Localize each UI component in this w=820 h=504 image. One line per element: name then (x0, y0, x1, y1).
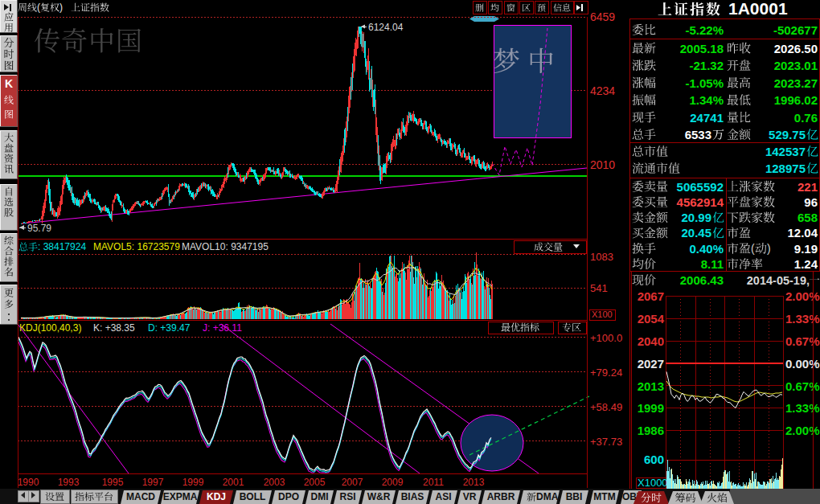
svg-text:2.00%: 2.00% (785, 289, 820, 303)
svg-text:DPO: DPO (278, 491, 299, 502)
svg-text:2006.43: 2006.43 (680, 273, 724, 287)
svg-text:1083: 1083 (590, 251, 613, 263)
svg-text:2010: 2010 (590, 158, 615, 171)
svg-text:(: ( (37, 2, 40, 13)
svg-text:2009: 2009 (382, 477, 404, 488)
svg-text:1995: 1995 (102, 477, 124, 488)
svg-text:0.40%: 0.40% (689, 242, 724, 256)
svg-text:1990: 1990 (18, 477, 39, 488)
svg-text:529.75: 529.75 (769, 128, 806, 141)
svg-text:+79.24: +79.24 (590, 367, 622, 379)
svg-text:5065592: 5065592 (677, 180, 724, 194)
svg-text:2013: 2013 (638, 379, 664, 393)
svg-text:600: 600 (644, 453, 664, 466)
svg-text:0.76: 0.76 (794, 111, 818, 125)
svg-text:EXPMA: EXPMA (163, 491, 198, 502)
svg-text:DMA: DMA (536, 491, 559, 502)
svg-text:2023.27: 2023.27 (774, 76, 818, 90)
svg-text:12.04: 12.04 (787, 226, 818, 240)
svg-text:2007: 2007 (342, 477, 363, 488)
svg-text:BBI: BBI (566, 491, 583, 502)
svg-text:K: +38.35: K: +38.35 (93, 322, 135, 334)
svg-text:2026.50: 2026.50 (774, 42, 818, 55)
svg-text:MACD: MACD (126, 491, 155, 502)
svg-text:2014-05-19,: 2014-05-19, (747, 274, 810, 287)
svg-text:142537: 142537 (765, 145, 806, 158)
svg-text:1997: 1997 (142, 477, 164, 488)
svg-text:BOLL: BOLL (240, 491, 266, 502)
svg-text:20.99: 20.99 (681, 211, 711, 224)
svg-text:DMI: DMI (311, 491, 329, 502)
svg-text:RSI: RSI (339, 491, 355, 502)
svg-text:8.11: 8.11 (701, 257, 724, 271)
svg-text:): ) (767, 242, 771, 255)
svg-text:-5.22%: -5.22% (685, 23, 724, 37)
svg-text:2011: 2011 (423, 477, 444, 488)
svg-text:96: 96 (804, 195, 818, 209)
svg-text:0.67%: 0.67% (785, 379, 820, 393)
svg-text:0.00%: 0.00% (785, 357, 820, 371)
svg-text:0.67%: 0.67% (785, 334, 820, 348)
svg-text:2001: 2001 (223, 477, 244, 488)
svg-text:1.33%: 1.33% (785, 401, 820, 415)
svg-text:(: ( (751, 242, 755, 255)
svg-text:-21.32: -21.32 (689, 59, 724, 72)
svg-text:2027: 2027 (638, 357, 664, 371)
svg-text:541: 541 (590, 282, 608, 294)
svg-text:4562914: 4562914 (677, 195, 724, 209)
svg-text:1996.02: 1996.02 (774, 93, 818, 107)
svg-text:1.34%: 1.34% (689, 93, 724, 107)
svg-text:K: K (5, 77, 13, 90)
svg-text:+58.49: +58.49 (590, 401, 622, 413)
svg-text:95.79: 95.79 (27, 223, 51, 234)
svg-text:2005: 2005 (304, 477, 326, 488)
svg-text:2005.18: 2005.18 (680, 42, 724, 55)
svg-text:6124.04: 6124.04 (368, 22, 404, 33)
svg-text:1.24: 1.24 (794, 257, 818, 271)
svg-text:1999: 1999 (638, 401, 664, 415)
svg-text:MTM: MTM (593, 491, 615, 502)
svg-text:J: +36.11: J: +36.11 (203, 322, 242, 334)
svg-text:BIAS: BIAS (401, 491, 424, 502)
svg-text:: 38417924: : 38417924 (38, 241, 86, 252)
svg-text:1993: 1993 (58, 477, 80, 488)
svg-text:2013: 2013 (463, 477, 485, 488)
svg-text:1986: 1986 (638, 424, 664, 437)
svg-text:-502677: -502677 (773, 23, 818, 37)
svg-text:2067: 2067 (638, 289, 664, 303)
svg-text:658: 658 (797, 211, 818, 224)
svg-text:20.45: 20.45 (681, 226, 711, 240)
svg-text:1.33%: 1.33% (785, 312, 820, 326)
svg-text:2003: 2003 (264, 477, 285, 488)
svg-text:MAVOL10: 9347195: MAVOL10: 9347195 (182, 241, 269, 252)
svg-text:KDJ: KDJ (207, 491, 226, 502)
svg-text:ASI: ASI (435, 491, 451, 502)
svg-text:+37.73: +37.73 (590, 436, 622, 448)
svg-text:VR: VR (463, 491, 477, 502)
svg-text:9.19: 9.19 (794, 242, 818, 256)
svg-text:6459: 6459 (590, 10, 615, 23)
svg-text:D: +39.47: D: +39.47 (148, 322, 191, 334)
svg-text:2040: 2040 (638, 334, 664, 348)
svg-text:24741: 24741 (690, 111, 724, 125)
svg-text:-1.05%: -1.05% (685, 76, 724, 90)
svg-text:+100.0: +100.0 (590, 332, 622, 344)
svg-text:2023.01: 2023.01 (774, 59, 818, 72)
svg-text:ARBR: ARBR (487, 491, 515, 502)
svg-text:2054: 2054 (638, 312, 665, 326)
svg-text:X1000: X1000 (638, 477, 668, 489)
svg-text:1A0001: 1A0001 (728, 0, 788, 18)
svg-text:4234: 4234 (590, 84, 615, 97)
svg-text:2.00%: 2.00% (785, 424, 820, 437)
svg-text:MAVOL5: 16723579: MAVOL5: 16723579 (93, 241, 180, 252)
svg-text:221: 221 (797, 180, 818, 194)
svg-text:128975: 128975 (765, 162, 806, 175)
svg-text:6533: 6533 (685, 128, 711, 141)
svg-text:X100: X100 (592, 309, 613, 319)
svg-text:W&R: W&R (367, 491, 391, 502)
svg-text:): ) (59, 2, 63, 13)
svg-text:KDJ(100,40,3): KDJ(100,40,3) (19, 322, 81, 334)
svg-text:1999: 1999 (182, 477, 204, 488)
